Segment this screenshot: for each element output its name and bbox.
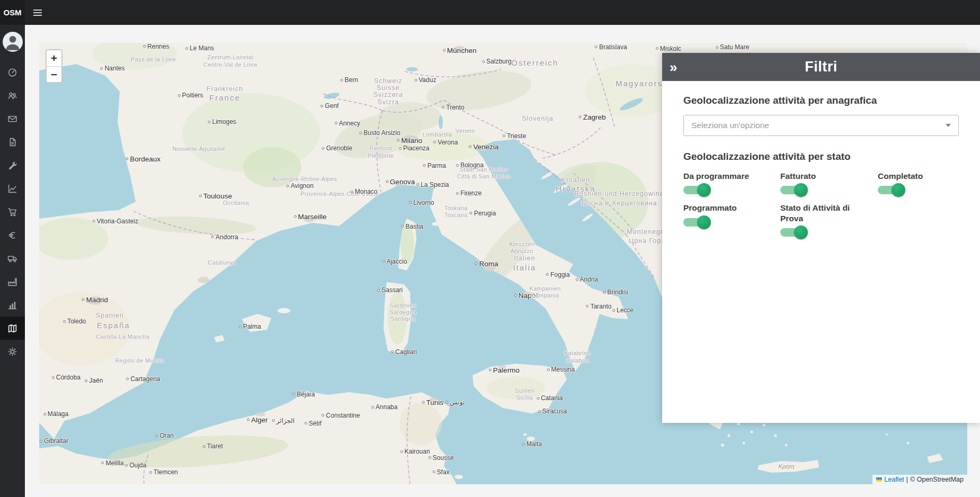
map-label: Siracusa	[538, 408, 567, 415]
map-label: Brindisi	[603, 288, 628, 296]
chart-line-icon	[7, 184, 17, 194]
map-label: Zagreb	[579, 113, 606, 121]
sidebar-item-messages[interactable]	[0, 107, 25, 130]
sidebar-item-statistics[interactable]	[0, 177, 25, 200]
map-label: Lombardia	[423, 131, 452, 138]
toggle-programmato[interactable]	[683, 218, 710, 227]
map-label: Bratislava	[595, 43, 627, 51]
city-dot-icon	[537, 397, 539, 400]
city-dot-icon	[603, 291, 605, 294]
map-label: Palma	[239, 323, 261, 330]
city-dot-icon	[143, 45, 146, 48]
map-label: Bordeaux	[126, 155, 161, 163]
map-label: Vitoria-Gasteiz	[92, 218, 138, 225]
map-label: Tlemcen	[149, 468, 178, 476]
city-dot-icon	[514, 294, 517, 297]
city-dot-icon	[716, 46, 718, 49]
app-logo[interactable]: OSM	[0, 0, 25, 25]
sidebar-item-customers[interactable]	[0, 84, 25, 107]
map-label: Gibraltar	[40, 437, 68, 445]
city-dot-icon	[359, 132, 362, 134]
map-label: Limoges	[208, 118, 236, 125]
city-dot-icon	[503, 134, 505, 137]
map-label: Messina	[547, 366, 575, 373]
map-label: Slovenija	[522, 115, 554, 122]
map-label: Andria	[575, 276, 598, 283]
city-dot-icon	[377, 289, 380, 292]
sidebar-item-settings[interactable]	[0, 340, 25, 363]
city-dot-icon	[456, 192, 459, 195]
map-label: Catalunya	[208, 259, 236, 266]
leaflet-link[interactable]: Leaflet	[884, 476, 904, 483]
city-dot-icon	[391, 350, 394, 353]
sidebar-item-maintenance[interactable]	[0, 153, 25, 177]
user-avatar[interactable]	[3, 32, 23, 52]
map-label: Босна и Херцеговина	[581, 200, 657, 207]
map-label: Bern	[340, 76, 358, 84]
city-dot-icon	[92, 220, 95, 222]
city-dot-icon	[63, 320, 66, 323]
city-dot-icon	[446, 401, 448, 403]
collapse-panel-button[interactable]: »	[670, 60, 677, 74]
map-label: Grenoble	[322, 144, 352, 152]
chevron-down-icon	[946, 124, 951, 127]
toggle-label: Completato	[878, 171, 957, 181]
zoom-in-button[interactable]: +	[47, 50, 61, 66]
sidebar-item-documents[interactable]	[0, 130, 25, 153]
sidebar-item-orders[interactable]	[0, 200, 25, 223]
map-label: Región de Murcia	[115, 357, 164, 364]
file-icon	[7, 137, 17, 147]
map-label: Foggia	[546, 271, 570, 278]
map-label: Avignon	[287, 182, 314, 189]
map-label: Sardinien	[390, 302, 416, 309]
anagrafica-select[interactable]: Seleziona un'opzione	[683, 115, 959, 136]
toggle-group-stato-attivita-prova: Stato di Attività di Prova	[780, 203, 878, 237]
map-label: Ajaccio	[382, 258, 407, 265]
map-label: Genova	[386, 177, 415, 185]
city-dot-icon	[178, 94, 181, 97]
map-label: La Spezia	[416, 181, 449, 188]
map-label: Italien	[514, 255, 535, 262]
zoom-out-button[interactable]: −	[47, 66, 61, 82]
sidebar-item-billing[interactable]	[0, 223, 25, 247]
map-label: Κρήτη	[778, 463, 794, 469]
top-navbar: OSM	[0, 0, 980, 25]
sidebar-item-dashboard[interactable]	[0, 60, 25, 84]
sidebar-item-transport[interactable]	[0, 247, 25, 270]
toggle-group-programmato: Programmato	[683, 203, 780, 237]
map-label: Piemonte	[368, 152, 394, 159]
map-label: Roma	[475, 260, 498, 268]
filters-title: Filtri	[805, 59, 838, 75]
map-label: Castilla-La Mancha	[96, 333, 149, 340]
city-dot-icon	[335, 122, 337, 124]
city-dot-icon	[656, 47, 658, 50]
map-label: Svizra	[377, 98, 399, 106]
toggle-da-programmare[interactable]	[683, 186, 710, 194]
toggle-stato-attivita-prova[interactable]	[780, 228, 807, 237]
map-label: France	[209, 93, 240, 102]
toggle-fatturato[interactable]	[780, 186, 807, 194]
map-label: Alger	[247, 416, 268, 424]
map-label: Sardigna	[390, 315, 415, 322]
sidebar-nav	[0, 60, 25, 363]
section-anagrafica-heading: Geolocalizzazione attività per anagrafic…	[683, 95, 959, 106]
map-label: الجزائر	[272, 417, 295, 424]
city-dot-icon	[294, 215, 297, 218]
map-label: Suisse	[377, 84, 400, 92]
city-dot-icon	[397, 139, 399, 142]
map-label: Kroatien	[561, 176, 590, 184]
map-label: Satu Mare	[716, 43, 749, 51]
map-icon	[7, 323, 17, 333]
map-label: Malta	[522, 440, 542, 448]
sidebar-toggle-button[interactable]	[25, 0, 50, 25]
sidebar-item-map[interactable]	[0, 317, 25, 340]
toggle-group-completato: Completato	[878, 171, 959, 194]
map-label: Sardegna	[389, 309, 416, 315]
city-dot-icon	[85, 379, 87, 382]
city-dot-icon	[612, 309, 615, 312]
city-dot-icon	[202, 445, 205, 448]
toggle-completato[interactable]	[878, 186, 904, 194]
sidebar-item-production[interactable]	[0, 270, 25, 293]
cart-icon	[7, 207, 17, 217]
sidebar-item-reports[interactable]	[0, 293, 25, 317]
